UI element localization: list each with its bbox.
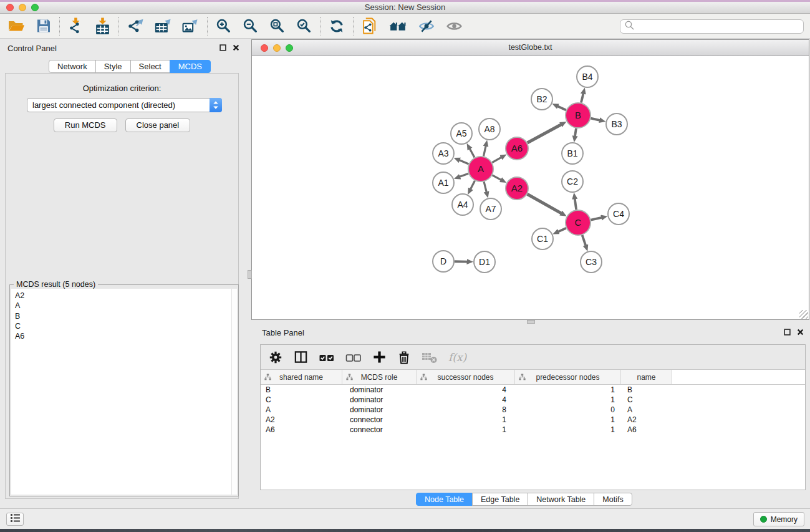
graph-edge-A-A1[interactable] [460,173,468,177]
import-network-button[interactable] [68,17,84,34]
graph-node-A6[interactable]: A6 [506,137,528,160]
graph-node-A7[interactable]: A7 [480,198,501,220]
tab-edge-table[interactable]: Edge Table [472,493,528,506]
delete-column-button[interactable] [397,350,411,365]
hide-unselected-button[interactable] [418,18,435,34]
graph-node-C[interactable]: C [566,210,591,235]
close-panel-icon[interactable] [797,329,804,336]
search-input[interactable] [635,21,803,32]
graph-node-D1[interactable]: D1 [474,251,495,273]
close-panel-icon[interactable] [233,44,239,51]
table-row[interactable]: Adominator80A [261,405,805,415]
mcds-result-item[interactable]: B [15,311,231,321]
mcds-result-item[interactable]: A2 [15,291,231,301]
open-session-button[interactable] [7,18,25,34]
network-zoom-button[interactable] [286,44,293,52]
column-header-name[interactable]: name [621,370,672,384]
network-minimize-button[interactable] [273,44,281,52]
graph-node-A[interactable]: A [468,157,493,181]
column-header-mcds-role[interactable]: MCDS role [342,370,417,384]
graph-node-D[interactable]: D [433,251,454,272]
search-field[interactable] [620,19,804,34]
network-close-button[interactable] [261,44,268,52]
tab-select[interactable]: Select [130,60,170,73]
graph-edge-C-C3[interactable] [582,235,586,246]
graph-edge-A-A8[interactable] [483,146,486,156]
graph-edge-A-A5[interactable] [470,149,475,158]
show-all-button[interactable] [446,18,463,34]
select-all-button[interactable] [319,350,335,365]
import-table-button[interactable] [95,17,110,34]
add-column-button[interactable] [372,350,387,364]
network-canvas[interactable]: AA2A6BCA1A3A4A5A7A8B1B2B3B4C1C2C3C4DD1 [252,56,809,319]
export-table-button[interactable] [155,18,171,34]
graph-node-A1[interactable]: A1 [433,172,454,193]
mcds-list-scrollbar[interactable] [231,289,237,495]
graph-edge-B-B4[interactable] [581,94,583,102]
zoom-in-button[interactable] [216,18,231,34]
graph-edge-B-B3[interactable] [591,118,599,120]
graph-node-A5[interactable]: A5 [451,123,472,144]
graph-node-C4[interactable]: C4 [608,203,629,225]
zoom-window-button[interactable] [31,4,39,11]
table-row[interactable]: A6connector11A6 [261,425,805,435]
graph-edge-C-C1[interactable] [558,228,566,232]
refresh-layout-button[interactable] [329,18,345,34]
table-settings-button[interactable] [268,350,283,365]
tab-network-table[interactable]: Network Table [528,493,594,506]
column-header-shared-name[interactable]: shared name [261,370,342,384]
float-panel-icon[interactable] [219,44,226,51]
column-header-successor-nodes[interactable]: successor nodes [417,370,515,384]
graph-edge-A-A3[interactable] [460,160,469,164]
graph-edge-A-A2[interactable] [493,175,501,180]
graph-edge-A6-B[interactable] [528,125,561,143]
mcds-result-item[interactable]: C [15,321,231,331]
zoom-selected-button[interactable] [296,18,312,34]
memory-button[interactable]: Memory [753,512,804,526]
graph-edge-B-B2[interactable] [558,106,566,110]
optimization-criterion-select[interactable]: largest connected component (directed) [27,98,222,112]
graph-edge-B-B1[interactable] [575,128,576,137]
task-history-button[interactable] [6,513,24,526]
graph-node-A2[interactable]: A2 [506,177,528,200]
graph-node-B2[interactable]: B2 [531,89,552,110]
deselect-all-button[interactable] [345,350,362,365]
zoom-fit-button[interactable] [269,18,285,34]
tab-node-table[interactable]: Node Table [416,493,473,506]
graph-node-A3[interactable]: A3 [433,143,454,164]
export-network-button[interactable] [127,18,143,34]
show-columns-button[interactable] [294,350,308,364]
tab-style[interactable]: Style [95,60,131,73]
save-session-button[interactable] [36,18,51,34]
export-image-button[interactable] [182,18,199,34]
graph-edge-A-A6[interactable] [492,157,501,162]
network-from-selection-button[interactable] [362,17,377,34]
float-panel-icon[interactable] [784,329,791,336]
table-row[interactable]: Bdominator41B [261,385,805,395]
graph-edge-A-A4[interactable] [471,181,475,189]
table-row[interactable]: Cdominator41C [261,395,805,405]
network-horizontal-scroll-thumb[interactable] [527,320,535,324]
close-panel-button[interactable]: Close panel [125,118,191,132]
zoom-out-button[interactable] [243,18,258,34]
graph-edge-A-A7[interactable] [484,181,486,191]
graph-edge-C-C2[interactable] [575,199,576,210]
graph-node-A4[interactable]: A4 [452,194,473,215]
mcds-result-item[interactable]: A [15,301,231,311]
graph-node-B3[interactable]: B3 [606,114,627,135]
graph-node-B1[interactable]: B1 [562,143,583,164]
graph-node-B4[interactable]: B4 [577,66,598,87]
graph-node-B[interactable]: B [566,103,591,128]
close-window-button[interactable] [6,4,14,11]
table-row[interactable]: A2connector11A2 [261,415,805,425]
network-vertical-scroll-thumb[interactable] [248,270,252,279]
graph-edge-A2-C[interactable] [528,194,561,213]
graph-node-C3[interactable]: C3 [581,251,602,273]
minimize-window-button[interactable] [19,4,26,11]
mcds-result-item[interactable]: A6 [15,331,231,341]
graph-node-A8[interactable]: A8 [479,118,500,140]
graph-node-C2[interactable]: C2 [562,171,583,192]
tab-network[interactable]: Network [49,60,96,73]
network-window-titlebar[interactable]: testGlobe.txt [252,40,809,56]
tab-motifs[interactable]: Motifs [594,493,632,506]
